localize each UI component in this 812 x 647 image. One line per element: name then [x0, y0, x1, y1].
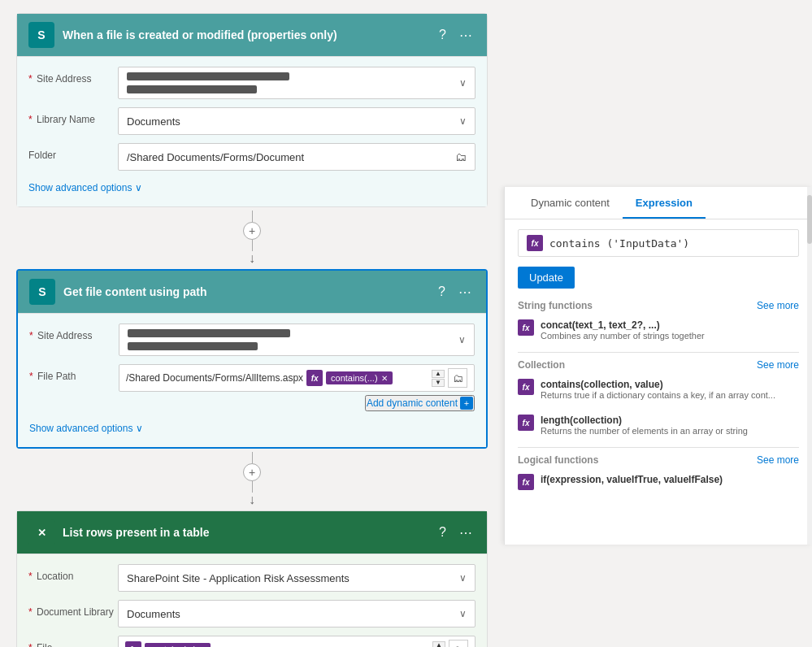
- contains-chip-2[interactable]: contains(...) ✕: [145, 643, 211, 647]
- list-rows-title: List rows present in a table: [63, 526, 436, 539]
- tab-expression-label: Expression: [636, 197, 693, 209]
- get-file-path-label: * File Path: [29, 364, 119, 382]
- add-dynamic-content-button[interactable]: Add dynamic content +: [365, 395, 475, 411]
- chip-close-icon-1[interactable]: ✕: [381, 374, 388, 383]
- add-step-button-1[interactable]: +: [243, 222, 261, 240]
- folder-browse-button-1[interactable]: 🗂: [448, 368, 467, 388]
- trigger-card: S When a file is created or modified (pr…: [16, 13, 488, 207]
- list-rows-doclibrary-control: Documents ∨: [118, 600, 475, 627]
- trigger-show-advanced-button[interactable]: Show advanced options ∨: [28, 179, 142, 197]
- collection-title: Collection: [518, 359, 565, 371]
- get-file-card-header: S Get file content using path ? ⋯: [18, 271, 486, 314]
- connector-line-1b: [252, 240, 253, 251]
- contains-function-desc: Returns true if a dictionary contains a …: [541, 390, 775, 400]
- fx-icon-if: fx: [518, 474, 534, 490]
- list-rows-location-row: * Location SharePoint Site - Application…: [28, 564, 475, 592]
- contains-chip-1[interactable]: contains(...) ✕: [326, 371, 392, 384]
- get-file-site-address-label: * Site Address: [29, 324, 119, 341]
- list-rows-doclibrary-select[interactable]: Documents ∨: [118, 600, 475, 627]
- fx-icon-concat: fx: [518, 319, 534, 336]
- trigger-folder-value: /Shared Documents/Forms/Document: [127, 151, 304, 163]
- chevron-down-icon: ∨: [459, 115, 467, 127]
- logical-functions-see-more[interactable]: See more: [757, 454, 799, 466]
- trigger-folder-row: Folder /Shared Documents/Forms/Document …: [28, 143, 475, 171]
- get-file-show-advanced-label: Show advanced options: [29, 423, 132, 434]
- connector-1: + ↓: [243, 211, 261, 266]
- contains-function-item[interactable]: fx contains(collection, value) Returns t…: [518, 376, 799, 403]
- trigger-more-button[interactable]: ⋯: [456, 26, 475, 45]
- scrollbar-track[interactable]: [807, 187, 812, 545]
- sharepoint-icon-1: S: [28, 22, 54, 48]
- length-function-info: length(collection) Returns the number of…: [541, 415, 748, 436]
- if-function-item[interactable]: fx if(expression, valueIfTrue, valueIfFa…: [518, 471, 799, 493]
- concat-function-item[interactable]: fx concat(text_1, text_2?, ...) Combines…: [518, 316, 799, 344]
- get-file-help-button[interactable]: ?: [435, 283, 449, 301]
- tab-expression[interactable]: Expression: [623, 187, 706, 219]
- trigger-folder-label: Folder: [28, 143, 118, 161]
- list-rows-more-button[interactable]: ⋯: [456, 523, 475, 542]
- get-file-show-advanced-button[interactable]: Show advanced options ∨: [29, 419, 143, 437]
- tab-dynamic-content[interactable]: Dynamic content: [518, 187, 623, 219]
- trigger-folder-control: /Shared Documents/Forms/Document 🗂: [118, 143, 475, 171]
- arrow-down-icon-2: ↓: [249, 493, 255, 507]
- list-rows-location-label: * Location: [28, 564, 118, 582]
- list-rows-file-input[interactable]: fx contains(...) ✕ ▲ ▼: [118, 636, 475, 647]
- length-function-desc: Returns the number of elements in an arr…: [541, 426, 748, 436]
- connector-line-1: [252, 211, 253, 222]
- update-button[interactable]: Update: [518, 267, 575, 289]
- chevron-down-icon: ∨: [459, 572, 467, 584]
- trigger-folder-input[interactable]: /Shared Documents/Forms/Document 🗂: [118, 143, 475, 171]
- list-rows-file-label: * File: [28, 636, 118, 647]
- chevron-down-icon: ∨: [135, 182, 142, 193]
- list-rows-help-button[interactable]: ?: [436, 523, 449, 541]
- get-file-more-button[interactable]: ⋯: [455, 283, 475, 302]
- folder-browse-button-2[interactable]: 🗂: [449, 640, 468, 647]
- trigger-site-address-label: * Site Address: [28, 67, 118, 85]
- concat-function-info: concat(text_1, text_2?, ...) Combines an…: [541, 319, 705, 341]
- trigger-title: When a file is created or modified (prop…: [63, 28, 436, 41]
- length-function-name: length(collection): [541, 415, 748, 426]
- expression-input[interactable]: contains ('InputData'): [549, 237, 689, 250]
- get-file-path-row: * File Path /Shared Documents/Forms/AllI…: [29, 364, 475, 411]
- trigger-library-value: Documents: [127, 115, 180, 128]
- logical-functions-header: Logical functions See more: [518, 454, 799, 466]
- collection-see-more[interactable]: See more: [757, 359, 799, 371]
- flow-canvas: S When a file is created or modified (pr…: [0, 0, 504, 647]
- length-function-item[interactable]: fx length(collection) Returns the number…: [518, 411, 799, 439]
- get-file-site-address-select[interactable]: ∨: [119, 324, 475, 356]
- get-file-path-left: /Shared Documents/Forms/AllItems.aspx fx…: [126, 370, 423, 386]
- chevron-down-icon: ∨: [136, 423, 143, 434]
- plus-icon-2: +: [249, 466, 255, 479]
- spinner-down-1[interactable]: ▼: [432, 379, 445, 387]
- panel-body: fx contains ('InputData') Update String …: [505, 219, 812, 545]
- get-file-site-address-row: * Site Address ∨: [29, 324, 475, 356]
- spinner-up-1[interactable]: ▲: [432, 370, 445, 378]
- add-step-button-2[interactable]: +: [243, 463, 261, 481]
- get-file-path-input[interactable]: /Shared Documents/Forms/AllItems.aspx fx…: [119, 364, 475, 392]
- trigger-site-address-select[interactable]: ∨: [118, 67, 475, 99]
- trigger-library-control: Documents ∨: [118, 107, 475, 135]
- expression-panel: Dynamic content Expression fx contains (…: [504, 187, 812, 545]
- divider-1: [518, 352, 799, 353]
- trigger-help-button[interactable]: ?: [436, 26, 449, 44]
- trigger-card-header: S When a file is created or modified (pr…: [17, 14, 487, 57]
- list-rows-doclibrary-value: Documents: [127, 608, 180, 620]
- trigger-library-select[interactable]: Documents ∨: [118, 107, 475, 135]
- add-dynamic-icon: +: [460, 397, 473, 410]
- list-rows-card-header: ✕ List rows present in a table ? ⋯: [17, 511, 487, 554]
- scrollbar-thumb[interactable]: [807, 195, 812, 244]
- panel-tabs: Dynamic content Expression: [505, 187, 812, 219]
- get-file-path-control: /Shared Documents/Forms/AllItems.aspx fx…: [119, 364, 475, 411]
- trigger-show-advanced-label: Show advanced options: [28, 182, 132, 193]
- concat-function-name: concat(text_1, text_2?, ...): [541, 319, 705, 331]
- spinner-up-2[interactable]: ▲: [432, 641, 445, 648]
- list-rows-location-select[interactable]: SharePoint Site - Application Risk Asses…: [118, 564, 475, 592]
- get-file-card: S Get file content using path ? ⋯ * Site…: [16, 269, 488, 449]
- string-functions-see-more[interactable]: See more: [757, 300, 799, 311]
- contains-function-info: contains(collection, value) Returns true…: [541, 379, 775, 400]
- string-functions-header: String functions See more: [518, 300, 799, 311]
- list-rows-card-body: * Location SharePoint Site - Application…: [17, 554, 487, 647]
- arrow-down-icon-1: ↓: [249, 251, 255, 266]
- trigger-library-label: * Library Name: [28, 107, 118, 125]
- chevron-down-icon: ∨: [459, 608, 467, 619]
